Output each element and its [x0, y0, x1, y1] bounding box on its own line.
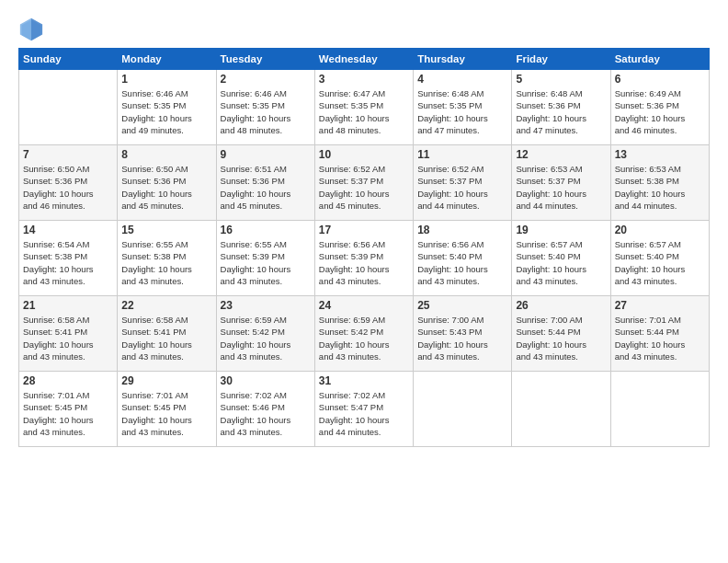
day-info: Sunrise: 6:46 AMSunset: 5:35 PMDaylight:… — [221, 87, 311, 136]
calendar-cell: 27Sunrise: 7:01 AMSunset: 5:44 PMDayligh… — [610, 296, 709, 372]
calendar-cell: 19Sunrise: 6:57 AMSunset: 5:40 PMDayligh… — [512, 221, 610, 296]
calendar-cell: 26Sunrise: 7:00 AMSunset: 5:44 PMDayligh… — [512, 296, 610, 372]
day-number: 2 — [221, 73, 311, 86]
day-number: 3 — [319, 73, 409, 86]
week-row-3: 14Sunrise: 6:54 AMSunset: 5:38 PMDayligh… — [19, 221, 710, 296]
day-number: 20 — [615, 224, 705, 236]
calendar-cell: 30Sunrise: 7:02 AMSunset: 5:46 PMDayligh… — [216, 372, 314, 447]
calendar-cell: 6Sunrise: 6:49 AMSunset: 5:36 PMDaylight… — [610, 70, 709, 145]
day-info: Sunrise: 6:55 AMSunset: 5:39 PMDaylight:… — [221, 238, 311, 287]
day-info: Sunrise: 6:58 AMSunset: 5:41 PMDaylight:… — [121, 314, 211, 362]
calendar-cell: 22Sunrise: 6:58 AMSunset: 5:41 PMDayligh… — [118, 296, 216, 372]
weekday-header-monday: Monday — [118, 49, 216, 70]
weekday-header-row: SundayMondayTuesdayWednesdayThursdayFrid… — [19, 49, 710, 70]
weekday-header-wednesday: Wednesday — [314, 49, 413, 70]
logo-icon — [18, 17, 44, 42]
calendar-cell: 4Sunrise: 6:48 AMSunset: 5:35 PMDaylight… — [414, 70, 512, 145]
day-number: 21 — [23, 299, 113, 312]
day-info: Sunrise: 6:49 AMSunset: 5:36 PMDaylight:… — [615, 87, 705, 136]
day-info: Sunrise: 7:00 AMSunset: 5:43 PMDaylight:… — [417, 314, 507, 362]
week-row-4: 21Sunrise: 6:58 AMSunset: 5:41 PMDayligh… — [19, 296, 710, 372]
calendar-cell: 23Sunrise: 6:59 AMSunset: 5:42 PMDayligh… — [216, 296, 314, 372]
calendar-table: SundayMondayTuesdayWednesdayThursdayFrid… — [18, 48, 710, 447]
calendar-cell — [512, 372, 610, 447]
day-number: 4 — [417, 73, 507, 86]
day-info: Sunrise: 6:48 AMSunset: 5:35 PMDaylight:… — [417, 87, 507, 136]
day-info: Sunrise: 7:01 AMSunset: 5:45 PMDaylight:… — [121, 389, 211, 438]
calendar-cell: 15Sunrise: 6:55 AMSunset: 5:38 PMDayligh… — [118, 221, 216, 296]
day-number: 28 — [23, 374, 113, 387]
day-info: Sunrise: 6:50 AMSunset: 5:36 PMDaylight:… — [23, 163, 113, 212]
day-number: 13 — [615, 148, 705, 161]
week-row-2: 7Sunrise: 6:50 AMSunset: 5:36 PMDaylight… — [19, 145, 710, 221]
day-number: 30 — [221, 374, 311, 387]
logo — [18, 17, 48, 42]
day-number: 18 — [417, 224, 507, 236]
calendar-cell: 7Sunrise: 6:50 AMSunset: 5:36 PMDaylight… — [19, 145, 118, 221]
day-info: Sunrise: 6:47 AMSunset: 5:35 PMDaylight:… — [319, 87, 409, 136]
week-row-5: 28Sunrise: 7:01 AMSunset: 5:45 PMDayligh… — [19, 372, 710, 447]
week-row-1: 1Sunrise: 6:46 AMSunset: 5:35 PMDaylight… — [19, 70, 710, 145]
day-info: Sunrise: 6:46 AMSunset: 5:35 PMDaylight:… — [121, 87, 211, 136]
calendar-cell: 8Sunrise: 6:50 AMSunset: 5:36 PMDaylight… — [118, 145, 216, 221]
day-number: 22 — [121, 299, 211, 312]
day-number: 31 — [319, 374, 409, 387]
day-number: 26 — [516, 299, 606, 312]
day-info: Sunrise: 6:55 AMSunset: 5:38 PMDaylight:… — [121, 238, 211, 287]
day-info: Sunrise: 6:56 AMSunset: 5:39 PMDaylight:… — [319, 238, 409, 287]
day-info: Sunrise: 6:58 AMSunset: 5:41 PMDaylight:… — [23, 314, 113, 362]
weekday-header-thursday: Thursday — [414, 49, 512, 70]
calendar-cell: 29Sunrise: 7:01 AMSunset: 5:45 PMDayligh… — [118, 372, 216, 447]
calendar-cell: 10Sunrise: 6:52 AMSunset: 5:37 PMDayligh… — [314, 145, 413, 221]
weekday-header-saturday: Saturday — [610, 49, 709, 70]
calendar-cell: 21Sunrise: 6:58 AMSunset: 5:41 PMDayligh… — [19, 296, 118, 372]
calendar-cell: 3Sunrise: 6:47 AMSunset: 5:35 PMDaylight… — [314, 70, 413, 145]
day-info: Sunrise: 7:02 AMSunset: 5:47 PMDaylight:… — [319, 389, 409, 438]
calendar-cell: 20Sunrise: 6:57 AMSunset: 5:40 PMDayligh… — [610, 221, 709, 296]
day-info: Sunrise: 6:56 AMSunset: 5:40 PMDaylight:… — [417, 238, 507, 287]
calendar-cell: 16Sunrise: 6:55 AMSunset: 5:39 PMDayligh… — [216, 221, 314, 296]
day-info: Sunrise: 6:53 AMSunset: 5:38 PMDaylight:… — [615, 163, 705, 212]
day-number: 24 — [319, 299, 409, 312]
day-info: Sunrise: 6:59 AMSunset: 5:42 PMDaylight:… — [319, 314, 409, 362]
weekday-header-sunday: Sunday — [19, 49, 118, 70]
day-number: 1 — [121, 73, 211, 86]
day-info: Sunrise: 6:57 AMSunset: 5:40 PMDaylight:… — [615, 238, 705, 287]
calendar-cell: 2Sunrise: 6:46 AMSunset: 5:35 PMDaylight… — [216, 70, 314, 145]
day-number: 14 — [23, 224, 113, 236]
day-number: 8 — [121, 148, 211, 161]
calendar-cell: 31Sunrise: 7:02 AMSunset: 5:47 PMDayligh… — [314, 372, 413, 447]
calendar-cell — [414, 372, 512, 447]
calendar-cell — [19, 70, 118, 145]
calendar-cell: 13Sunrise: 6:53 AMSunset: 5:38 PMDayligh… — [610, 145, 709, 221]
day-info: Sunrise: 6:53 AMSunset: 5:37 PMDaylight:… — [516, 163, 606, 212]
day-number: 7 — [23, 148, 113, 161]
header — [18, 17, 710, 42]
day-number: 29 — [121, 374, 211, 387]
weekday-header-tuesday: Tuesday — [216, 49, 314, 70]
day-number: 9 — [221, 148, 311, 161]
day-number: 12 — [516, 148, 606, 161]
calendar-cell: 9Sunrise: 6:51 AMSunset: 5:36 PMDaylight… — [216, 145, 314, 221]
calendar-cell: 24Sunrise: 6:59 AMSunset: 5:42 PMDayligh… — [314, 296, 413, 372]
day-info: Sunrise: 7:00 AMSunset: 5:44 PMDaylight:… — [516, 314, 606, 362]
calendar-cell: 25Sunrise: 7:00 AMSunset: 5:43 PMDayligh… — [414, 296, 512, 372]
day-info: Sunrise: 7:02 AMSunset: 5:46 PMDaylight:… — [221, 389, 311, 438]
svg-marker-2 — [20, 18, 31, 40]
day-info: Sunrise: 6:54 AMSunset: 5:38 PMDaylight:… — [23, 238, 113, 287]
day-info: Sunrise: 6:52 AMSunset: 5:37 PMDaylight:… — [417, 163, 507, 212]
calendar-page: SundayMondayTuesdayWednesdayThursdayFrid… — [0, 0, 728, 563]
calendar-cell: 12Sunrise: 6:53 AMSunset: 5:37 PMDayligh… — [512, 145, 610, 221]
day-number: 11 — [417, 148, 507, 161]
calendar-cell: 5Sunrise: 6:48 AMSunset: 5:36 PMDaylight… — [512, 70, 610, 145]
day-info: Sunrise: 6:48 AMSunset: 5:36 PMDaylight:… — [516, 87, 606, 136]
calendar-cell: 17Sunrise: 6:56 AMSunset: 5:39 PMDayligh… — [314, 221, 413, 296]
day-info: Sunrise: 7:01 AMSunset: 5:44 PMDaylight:… — [615, 314, 705, 362]
day-number: 5 — [516, 73, 606, 86]
day-info: Sunrise: 6:57 AMSunset: 5:40 PMDaylight:… — [516, 238, 606, 287]
day-number: 23 — [221, 299, 311, 312]
calendar-cell: 14Sunrise: 6:54 AMSunset: 5:38 PMDayligh… — [19, 221, 118, 296]
svg-marker-1 — [31, 18, 42, 40]
day-number: 6 — [615, 73, 705, 86]
day-number: 25 — [417, 299, 507, 312]
